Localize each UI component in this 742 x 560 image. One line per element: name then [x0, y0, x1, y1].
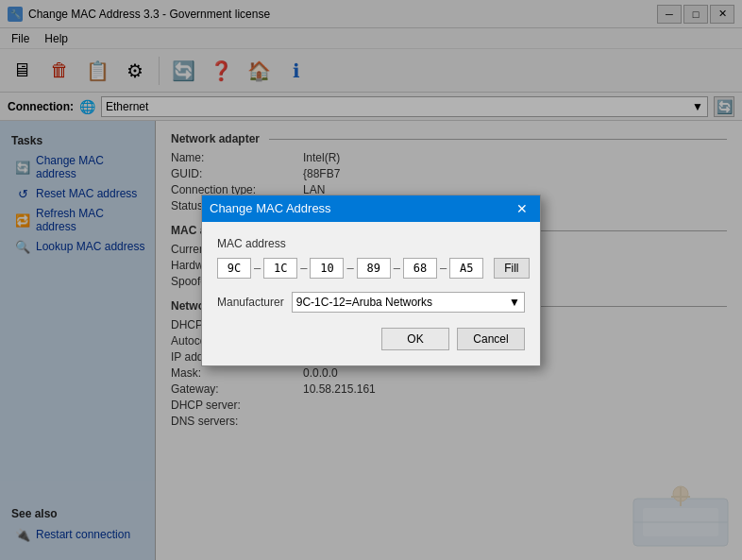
modal-title-bar: Change MAC Address ✕ [202, 195, 540, 222]
change-mac-dialog: Change MAC Address ✕ MAC address – – – –… [201, 195, 541, 366]
manufacturer-label: Manufacturer [217, 296, 284, 309]
mac-sep-1: – [254, 261, 261, 275]
manufacturer-value: 9C-1C-12=Aruba Networks [296, 296, 432, 309]
modal-buttons: OK Cancel [217, 328, 525, 350]
mac-input-group: – – – – – Fill [217, 258, 525, 279]
manufacturer-select[interactable]: 9C-1C-12=Aruba Networks ▼ [292, 292, 525, 313]
mac-octet-5[interactable] [403, 258, 437, 279]
modal-close-button[interactable]: ✕ [512, 199, 532, 218]
ok-button[interactable]: OK [381, 328, 449, 350]
fill-button[interactable]: Fill [494, 258, 529, 279]
mac-octet-2[interactable] [263, 258, 297, 279]
mac-sep-5: – [440, 261, 447, 275]
mac-octet-3[interactable] [310, 258, 344, 279]
mac-sep-3: – [346, 261, 353, 275]
mac-sep-4: – [394, 261, 400, 275]
modal-overlay: Change MAC Address ✕ MAC address – – – –… [0, 0, 742, 560]
mac-octet-1[interactable] [217, 258, 251, 279]
modal-title: Change MAC Address [210, 201, 331, 215]
mac-section-label: MAC address [217, 237, 525, 250]
cancel-button[interactable]: Cancel [457, 328, 525, 350]
mac-octet-6[interactable] [449, 258, 483, 279]
mac-sep-2: – [300, 261, 307, 275]
manufacturer-row: Manufacturer 9C-1C-12=Aruba Networks ▼ [217, 292, 525, 313]
mac-octet-4[interactable] [357, 258, 391, 279]
modal-body: MAC address – – – – – Fill Manufacturer … [202, 222, 540, 365]
manufacturer-dropdown-icon: ▼ [509, 296, 520, 309]
